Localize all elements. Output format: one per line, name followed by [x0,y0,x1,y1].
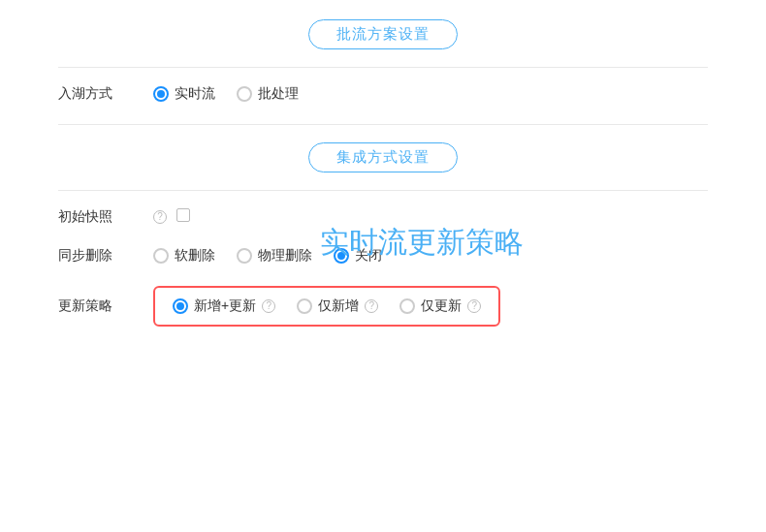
initial-snapshot-help-icon[interactable]: ? [153,210,167,224]
update-only-help-icon[interactable]: ? [467,299,481,313]
integration-settings-button[interactable]: 集成方式设置 [308,142,458,172]
initial-snapshot-row: 初始快照 ? [58,208,708,226]
physical-delete-radio[interactable] [237,248,252,264]
ingest-method-options: 实时流 批处理 [153,85,299,103]
add-update-help-icon[interactable]: ? [262,299,275,313]
initial-snapshot-checkbox[interactable] [176,208,190,222]
add-only-help-icon[interactable]: ? [365,299,378,313]
update-strategy-box: 新增+更新 ? 仅新增 ? 仅更新 ? [153,286,500,327]
add-update-option[interactable]: 新增+更新 ? [173,297,275,315]
physical-delete-option[interactable]: 物理删除 [237,247,312,265]
initial-snapshot-label: 初始快照 [58,208,136,226]
update-strategy-row: 更新策略 新增+更新 ? 仅新增 ? 仅更新 ? [58,286,708,327]
update-only-radio[interactable] [399,298,415,314]
ingest-batch-option[interactable]: 批处理 [237,85,299,103]
ingest-batch-label: 批处理 [258,85,299,103]
update-only-label: 仅更新 [421,297,462,315]
close-delete-label: 关闭 [355,247,382,265]
batch-settings-button[interactable]: 批流方案设置 [308,19,458,49]
soft-delete-label: 软删除 [175,247,215,265]
ingest-method-row: 入湖方式 实时流 批处理 [58,85,708,103]
add-only-radio[interactable] [297,298,312,314]
close-delete-option[interactable]: 关闭 [334,247,382,265]
soft-delete-option[interactable]: 软删除 [153,247,215,265]
add-update-radio[interactable] [173,298,188,314]
ingest-batch-radio[interactable] [237,86,252,102]
divider-1 [58,67,708,68]
update-only-option[interactable]: 仅更新 ? [399,297,481,315]
batch-settings-section-header: 批流方案设置 [58,19,708,49]
ingest-method-label: 入湖方式 [58,85,136,103]
soft-delete-radio[interactable] [153,248,169,264]
update-strategy-options: 新增+更新 ? 仅新增 ? 仅更新 ? [173,297,481,315]
sync-delete-row: 同步删除 软删除 物理删除 关闭 [58,247,708,265]
update-strategy-label: 更新策略 [58,297,136,315]
integration-settings-section-header: 集成方式设置 [58,142,708,172]
add-update-label: 新增+更新 [194,297,256,315]
physical-delete-label: 物理删除 [258,247,312,265]
sync-delete-options: 软删除 物理删除 关闭 [153,247,382,265]
ingest-realtime-radio[interactable] [153,86,169,102]
divider-3 [58,190,708,191]
sync-delete-label: 同步删除 [58,247,136,265]
ingest-realtime-label: 实时流 [175,85,215,103]
add-only-option[interactable]: 仅新增 ? [297,297,378,315]
ingest-realtime-option[interactable]: 实时流 [153,85,215,103]
add-only-label: 仅新增 [318,297,359,315]
close-delete-radio[interactable] [334,248,349,264]
divider-2 [58,124,708,125]
